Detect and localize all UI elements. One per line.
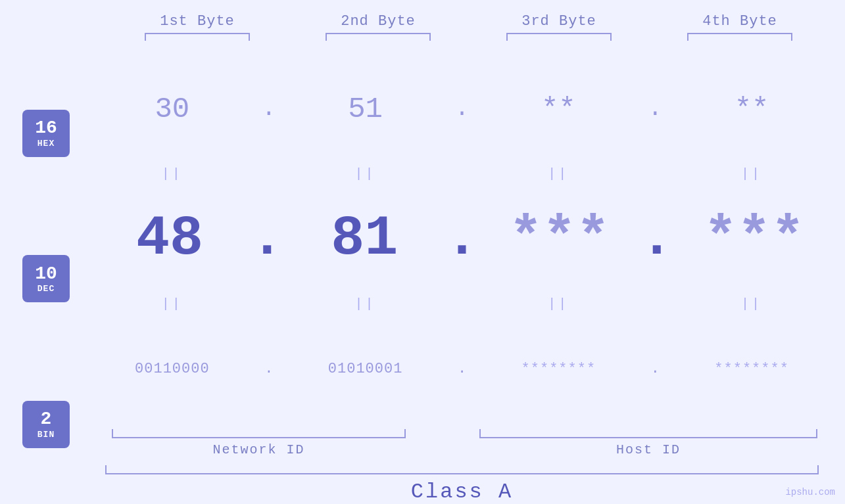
dec-badge-label: DEC [37,284,55,294]
watermark: ipshu.com [785,487,835,497]
bin-row: 00110000 . 01010001 . ******** . *******… [92,313,832,424]
hex-row: 30 . 51 . ** . ** [92,54,832,164]
hex-dot3: . [639,95,671,122]
bin-badge-number: 2 [41,409,52,430]
hex-b3: ** [479,93,639,126]
dec-b2: 81 [287,207,442,271]
hex-badge: 16 HEX [22,110,70,157]
dec-badge-number: 10 [35,264,57,285]
host-bracket-group: Host ID [465,429,832,457]
bin-dot2: . [446,361,479,377]
bracket-line-3 [506,33,612,41]
class-section: Class A [92,465,832,504]
values-wrapper: 30 . 51 . ** . ** || || || || 48 [92,54,845,504]
bin-b4: ******** [671,361,832,377]
dec-b4: *** [677,207,832,271]
badges-column: 16 HEX 10 DEC 2 BIN [0,54,92,504]
dec-dot3: . [637,211,677,267]
pipe1-b1: || [92,166,253,181]
hex-badge-number: 16 [35,118,57,139]
bracket-1 [107,33,288,41]
dec-b1: 48 [92,207,247,271]
pipe-row-2: || || || || [92,294,832,313]
dec-b3: *** [482,207,637,271]
bin-b1: 00110000 [92,361,253,377]
dec-dot2: . [443,211,482,267]
pipe2-b1: || [92,296,253,311]
top-bracket-row [107,33,831,41]
host-id-label: Host ID [616,442,681,457]
bottom-brackets-container: Network ID Host ID [92,429,832,457]
bin-b2: 01010001 [285,361,446,377]
pipe2-b4: || [671,296,832,311]
byte4-header: 4th Byte [650,13,831,30]
network-id-label: Network ID [213,442,305,457]
bin-b3: ******** [479,361,639,377]
bin-dot1: . [253,361,285,377]
hex-dot2: . [446,95,479,122]
network-bracket-line [112,429,405,438]
pipe1-b2: || [285,166,446,181]
network-bracket-group: Network ID [92,429,425,457]
bracket-line-2 [326,33,431,41]
byte1-header: 1st Byte [107,13,288,30]
hex-b2: 51 [285,93,446,126]
dec-row: 48 . 81 . *** . *** [92,184,832,294]
bracket-2 [288,33,469,41]
pipe2-b3: || [479,296,639,311]
byte2-header: 2nd Byte [288,13,469,30]
dec-dot1: . [247,211,287,267]
pipe1-b4: || [671,166,832,181]
bracket-4 [650,33,831,41]
class-label: Class A [92,480,832,504]
content-area: 16 HEX 10 DEC 2 BIN 30 . 51 . ** . ** [0,54,845,504]
hex-dot1: . [253,95,285,122]
host-bracket-line [479,429,817,438]
bracket-line-4 [687,33,792,41]
bin-badge-label: BIN [37,430,55,440]
bin-dot3: . [639,361,671,377]
hex-b1: 30 [92,93,253,126]
main-container: 1st Byte 2nd Byte 3rd Byte 4th Byte 16 H… [0,0,845,504]
dec-badge: 10 DEC [22,255,70,302]
byte3-header: 3rd Byte [469,13,650,30]
byte-headers: 1st Byte 2nd Byte 3rd Byte 4th Byte [107,13,831,30]
bracket-3 [469,33,650,41]
pipe1-b3: || [479,166,639,181]
bin-badge: 2 BIN [22,401,70,448]
hex-b4: ** [671,93,832,126]
class-bracket-line [105,465,819,474]
bracket-line-1 [145,33,250,41]
hex-badge-label: HEX [37,139,55,149]
pipe2-b2: || [285,296,446,311]
pipe-row-1: || || || || [92,164,832,184]
